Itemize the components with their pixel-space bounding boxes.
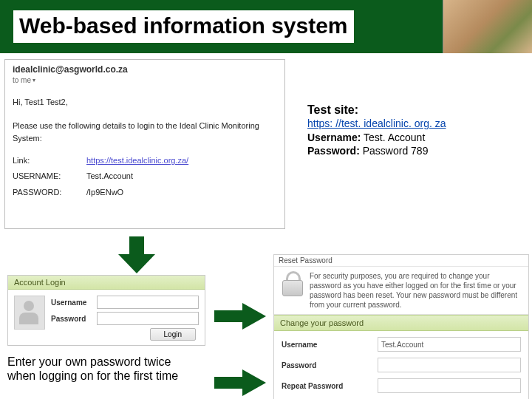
- login-panel: Account Login Username Password Login: [7, 275, 205, 346]
- test-site-info: Test site: https: //test. idealclinic. o…: [307, 103, 514, 157]
- reset-user-label: Username: [282, 341, 378, 349]
- reset-pass-input[interactable]: [378, 358, 521, 372]
- email-to-text: to me: [13, 76, 31, 84]
- reset-pass-label: Password: [282, 361, 378, 369]
- reset-top-title: Reset Password: [274, 255, 528, 267]
- lock-icon: [280, 271, 304, 296]
- reset-change-title: Change your password: [274, 315, 528, 331]
- login-pass-input[interactable]: [97, 312, 199, 325]
- caption-text: Enter your own password twice when loggi…: [7, 355, 200, 383]
- arrow-right-icon: [214, 368, 266, 398]
- email-user-value: Test.Account: [86, 170, 133, 183]
- reset-message: For security purposes, you are required …: [310, 271, 522, 310]
- slide-title: Web-based information system: [13, 10, 354, 43]
- reset-user-value: Test.Account: [378, 337, 521, 352]
- header-photo: [443, 0, 532, 53]
- login-title: Account Login: [8, 276, 205, 290]
- test-site-heading: Test site:: [307, 103, 514, 117]
- email-intro: Please use the following details to logi…: [13, 120, 277, 146]
- reset-repeat-input[interactable]: [378, 378, 521, 393]
- header-band: Web-based information system: [0, 0, 532, 53]
- email-to-line: to me ▾: [13, 76, 277, 84]
- test-site-user-value: Test. Account: [364, 132, 425, 143]
- email-credentials: Link: https://test.idealclinic.org.za/ U…: [13, 154, 277, 200]
- reset-repeat-label: Repeat Password: [282, 382, 378, 390]
- chevron-down-icon: ▾: [33, 77, 35, 83]
- test-site-pass-label: Password:: [307, 145, 360, 157]
- login-button[interactable]: Login: [150, 328, 196, 341]
- svg-rect-0: [129, 236, 144, 254]
- login-pass-label: Password: [51, 315, 97, 323]
- email-sender: idealclinic@asgworld.co.za: [13, 64, 277, 75]
- svg-rect-2: [214, 310, 242, 322]
- test-site-user-label: Username:: [307, 132, 361, 143]
- svg-marker-5: [242, 369, 266, 396]
- email-link[interactable]: https://test.idealclinic.org.za/: [86, 154, 188, 168]
- reset-panel: Reset Password For security purposes, yo…: [273, 254, 529, 399]
- test-site-link[interactable]: https: //test. idealclinic. org. za: [307, 117, 446, 129]
- test-site-pass-value: Password 789: [363, 145, 429, 157]
- email-panel: idealclinic@asgworld.co.za to me ▾ Hi, T…: [4, 59, 285, 229]
- arrow-down-icon: [115, 236, 159, 273]
- email-pass-value: /Ip9ENwO: [86, 186, 123, 200]
- email-pass-label: PASSWORD:: [13, 186, 79, 200]
- arrow-right-icon: [214, 301, 266, 331]
- svg-marker-1: [118, 254, 155, 273]
- email-body: Hi, Test1 Test2, Please use the followin…: [13, 96, 277, 200]
- avatar-icon: [14, 296, 45, 330]
- email-greeting: Hi, Test1 Test2,: [13, 96, 277, 109]
- login-user-input[interactable]: [97, 296, 199, 309]
- svg-marker-3: [242, 303, 266, 330]
- email-link-label: Link:: [13, 154, 79, 168]
- email-user-label: USERNAME:: [13, 170, 79, 183]
- login-user-label: Username: [51, 299, 97, 307]
- svg-rect-4: [214, 377, 242, 389]
